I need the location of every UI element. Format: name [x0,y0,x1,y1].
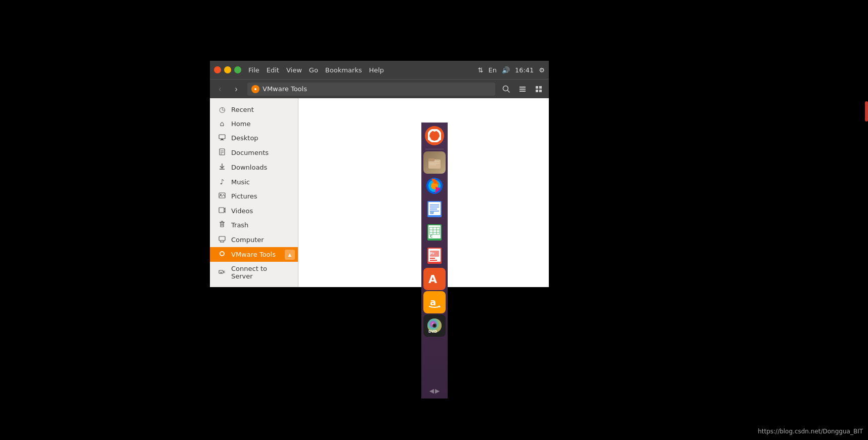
file-manager-window: File Edit View Go Bookmarks Help ⇅ En 🔊 … [210,61,549,287]
vmware-icon [218,250,226,259]
sidebar-item-documents[interactable]: Documents [210,145,298,160]
forward-button[interactable]: › [229,82,243,96]
desktop-icon [218,134,226,142]
grid-view-button[interactable] [532,82,546,96]
scrollbar-thumb[interactable] [865,101,868,122]
dock-bottom-area: ◀▶ [429,387,440,396]
sidebar-item-vmware[interactable]: VMware Tools ▲ [210,247,298,262]
menu-help[interactable]: Help [369,66,384,74]
sidebar-item-pictures[interactable]: Pictures [210,189,298,204]
svg-rect-5 [428,158,435,162]
svg-text:A: A [428,273,437,286]
videos-icon [218,207,226,215]
sidebar-item-computer[interactable]: Computer [210,232,298,247]
settings-icon[interactable]: ⚙ [539,66,545,74]
svg-rect-52 [219,135,225,139]
application-dock: W C Pr [421,123,448,398]
menu-file[interactable]: File [248,66,259,74]
menu-bookmarks[interactable]: Bookmarks [325,66,362,74]
svg-rect-47 [519,91,526,92]
svg-line-77 [223,271,225,272]
svg-rect-53 [221,139,223,140]
svg-rect-63 [219,208,224,213]
svg-rect-45 [519,87,526,88]
close-button[interactable] [214,66,221,73]
dock-item-impress[interactable]: Pr [423,245,446,267]
sidebar-label-videos: Videos [231,207,253,215]
svg-point-39 [433,325,436,327]
sidebar-label-music: Music [231,178,250,186]
svg-rect-76 [221,272,222,273]
dock-item-dvd[interactable]: DVD [423,314,446,337]
sidebar-item-desktop[interactable]: Desktop [210,131,298,145]
volume-icon[interactable]: 🔊 [502,66,510,74]
sidebar-item-videos[interactable]: Videos [210,204,298,218]
sidebar-item-recent[interactable]: ◷ Recent [210,102,298,116]
svg-line-44 [508,90,510,92]
sidebar-label-home: Home [231,120,250,128]
svg-rect-6 [429,162,440,162]
home-icon: ⌂ [218,119,226,128]
sidebar-label-recent: Recent [231,106,254,113]
minimize-button[interactable] [224,66,231,73]
sidebar-label-desktop: Desktop [231,134,258,142]
maximize-button[interactable] [234,66,241,73]
dock-item-font[interactable]: A [423,268,446,290]
dock-item-files[interactable] [423,151,446,174]
svg-rect-15 [430,207,439,208]
toolbar-actions [499,82,546,96]
dock-item-calc[interactable]: C [423,221,446,244]
sidebar-item-music[interactable]: ♪ Music [210,175,298,189]
sidebar-label-connect: Connect to Server [231,265,290,280]
sidebar-item-connect[interactable]: Connect to Server [210,262,298,283]
sidebar-label-computer: Computer [231,236,264,244]
svg-text:a: a [430,297,436,307]
sidebar-item-trash[interactable]: Trash [210,218,298,232]
svg-marker-35 [438,305,441,307]
menu-edit[interactable]: Edit [267,66,279,74]
documents-icon [218,148,226,157]
scrollbar-track[interactable] [865,101,868,203]
sidebar-item-downloads[interactable]: Downloads [210,160,298,175]
location-bar[interactable]: VMware Tools [247,83,495,96]
back-button[interactable]: ‹ [213,82,227,96]
dock-item-writer[interactable]: W [423,198,446,220]
list-view-button[interactable] [515,82,530,96]
ubuntu-logo [425,126,444,145]
svg-rect-46 [519,89,526,90]
svg-rect-48 [536,86,538,89]
menu-go[interactable]: Go [309,66,318,74]
svg-rect-65 [221,222,224,227]
svg-text:C: C [430,234,432,238]
svg-rect-69 [219,236,225,241]
navigation-toolbar: ‹ › VMware Tools [210,79,549,98]
menu-view[interactable]: View [286,66,302,74]
svg-rect-8 [429,165,437,165]
location-text: VMware Tools [263,85,307,93]
sidebar-label-vmware: VMware Tools [231,251,276,258]
content-area: ◷ Recent ⌂ Home Desktop [210,98,549,287]
svg-rect-7 [429,163,440,164]
dock-item-firefox[interactable] [423,175,446,197]
svg-text:Pr: Pr [430,252,435,256]
menu-bar: File Edit View Go Bookmarks Help [248,66,384,74]
svg-text:W: W [430,211,434,215]
titlebar: File Edit View Go Bookmarks Help ⇅ En 🔊 … [210,61,549,79]
svg-point-62 [220,194,222,195]
application-window: W C Pr [210,61,549,287]
sidebar-label-pictures: Pictures [231,192,257,200]
svg-point-74 [221,252,224,255]
system-tray: ⇅ En 🔊 16:41 ⚙ [478,66,545,74]
dock-item-amazon[interactable]: a [423,291,446,313]
svg-point-42 [254,88,256,90]
eject-button[interactable]: ▲ [285,250,295,260]
svg-rect-30 [430,258,435,259]
search-button[interactable] [499,82,513,96]
svg-rect-49 [539,86,542,89]
sidebar-item-home[interactable]: ⌂ Home [210,116,298,131]
dock-item-ubuntu[interactable] [423,125,446,147]
svg-rect-14 [430,205,439,206]
recent-icon: ◷ [218,105,226,113]
language-indicator[interactable]: En [488,66,496,74]
network-icon[interactable]: ⇅ [478,66,484,74]
